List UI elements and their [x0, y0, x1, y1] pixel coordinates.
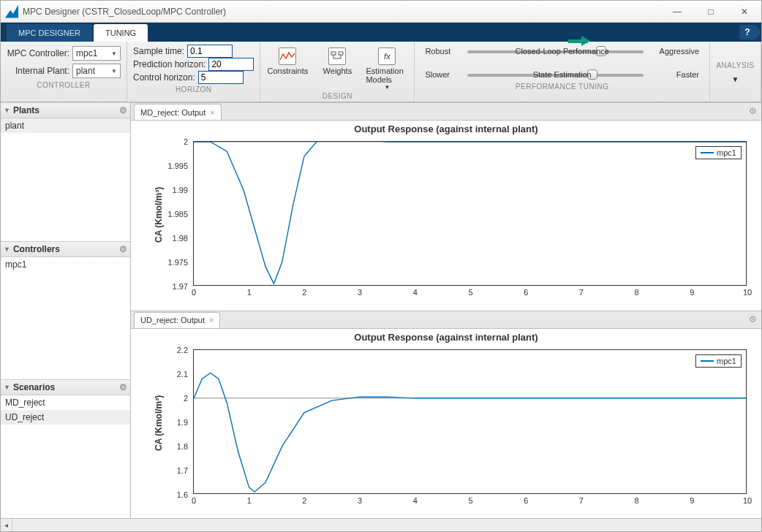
legend: mpc1: [695, 354, 742, 368]
gear-icon[interactable]: ⚙: [749, 106, 757, 116]
weights-button[interactable]: Weights: [316, 45, 358, 91]
internal-plant-label: Internal Plant:: [7, 66, 72, 76]
list-item[interactable]: UD_reject: [1, 410, 130, 425]
panel-scenarios-header[interactable]: ▼Scenarios⚙: [1, 379, 130, 395]
scenarios-list: MD_rejectUD_reject: [1, 395, 130, 518]
chevron-down-icon: ▼: [111, 50, 117, 57]
panel-controllers-header[interactable]: ▼Controllers⚙: [1, 241, 130, 257]
gear-icon[interactable]: ⚙: [119, 105, 127, 115]
plants-list: plant: [1, 118, 130, 241]
closed-loop-performance-slider[interactable]: [467, 46, 644, 56]
tab-md-reject[interactable]: MD_reject: Output×: [134, 104, 222, 120]
group-tuning: PERFORMANCE TUNING: [425, 81, 699, 91]
close-button[interactable]: ✕: [728, 1, 761, 23]
chevron-down-icon: ▼: [111, 68, 117, 75]
state-estimation-slider[interactable]: [467, 69, 644, 80]
close-icon[interactable]: ×: [210, 108, 214, 117]
mpc-controller-label: MPC Controller:: [7, 48, 72, 58]
panel-plants-header[interactable]: ▼Plants⚙: [1, 102, 130, 118]
group-controller: CONTROLLER: [7, 80, 121, 89]
slider-perf-right: Aggressive: [648, 47, 699, 56]
slider-state-left: Slower: [425, 70, 463, 79]
statusbar: ◂: [1, 518, 761, 531]
sample-time-input[interactable]: [187, 45, 233, 58]
ribbon-tabs: MPC DESIGNER TUNING ?: [1, 23, 761, 42]
prediction-horizon-input[interactable]: [208, 58, 254, 71]
control-horizon-input[interactable]: [198, 71, 244, 84]
prediction-horizon-label: Prediction horizon:: [133, 59, 208, 69]
list-item[interactable]: MD_reject: [1, 395, 130, 410]
gear-icon[interactable]: ⚙: [119, 382, 127, 392]
weights-icon: [328, 48, 346, 65]
disclosure-icon: ▼: [4, 246, 10, 253]
sidebar: ▼Plants⚙ plant ▼Controllers⚙ mpc1 ▼Scena…: [1, 102, 131, 518]
plot-md-reject: Output Response (against internal plant)…: [131, 121, 761, 311]
fx-icon: fx: [378, 48, 396, 65]
control-horizon-label: Control horizon:: [133, 72, 198, 83]
disclosure-icon: ▼: [4, 384, 10, 391]
svg-rect-0: [331, 52, 336, 55]
estimation-models-button[interactable]: fxEstimation Models▼: [366, 45, 408, 91]
status-arrow-icon[interactable]: ◂: [1, 519, 12, 531]
analysis-button[interactable]: ANALYSIS ▼: [710, 42, 761, 102]
tab-mpc-designer[interactable]: MPC DESIGNER: [7, 24, 92, 42]
list-item[interactable]: plant: [1, 118, 130, 133]
legend: mpc1: [695, 146, 742, 159]
group-design: DESIGN: [266, 91, 408, 100]
window-title: MPC Designer (CSTR_ClosedLoop/MPC Contro…: [23, 7, 660, 17]
minimize-button[interactable]: ―: [660, 1, 694, 23]
constraints-icon: [279, 48, 296, 65]
controllers-list: mpc1: [1, 257, 130, 380]
close-icon[interactable]: ×: [209, 316, 214, 324]
list-item[interactable]: mpc1: [1, 257, 130, 272]
slider-state-right: Faster: [648, 70, 699, 79]
disclosure-icon: ▼: [4, 107, 10, 114]
plot-title: Output Response (against internal plant): [131, 332, 761, 343]
maximize-button[interactable]: □: [694, 1, 728, 23]
plot-ud-reject: Output Response (against internal plant)…: [131, 329, 761, 519]
constraints-button[interactable]: Constraints: [266, 45, 309, 91]
internal-plant-combo[interactable]: plant▼: [72, 64, 121, 78]
svg-rect-1: [339, 52, 343, 55]
gear-icon[interactable]: ⚙: [749, 314, 757, 324]
tab-tuning[interactable]: TUNING: [94, 24, 148, 42]
chevron-down-icon: ▼: [732, 75, 739, 83]
group-horizon: HORIZON: [133, 84, 254, 94]
help-button[interactable]: ?: [739, 25, 755, 39]
sample-time-label: Sample time:: [133, 46, 187, 56]
gear-icon[interactable]: ⚙: [119, 244, 127, 254]
toolstrip: MPC Controller: mpc1▼ Internal Plant: pl…: [1, 42, 761, 102]
app-icon: [5, 5, 18, 18]
tab-ud-reject[interactable]: UD_reject: Output×: [134, 312, 220, 328]
plot-title: Output Response (against internal plant): [131, 123, 761, 134]
titlebar: MPC Designer (CSTR_ClosedLoop/MPC Contro…: [1, 1, 761, 23]
mpc-controller-combo[interactable]: mpc1▼: [72, 46, 121, 61]
slider-perf-left: Robust: [425, 47, 463, 56]
